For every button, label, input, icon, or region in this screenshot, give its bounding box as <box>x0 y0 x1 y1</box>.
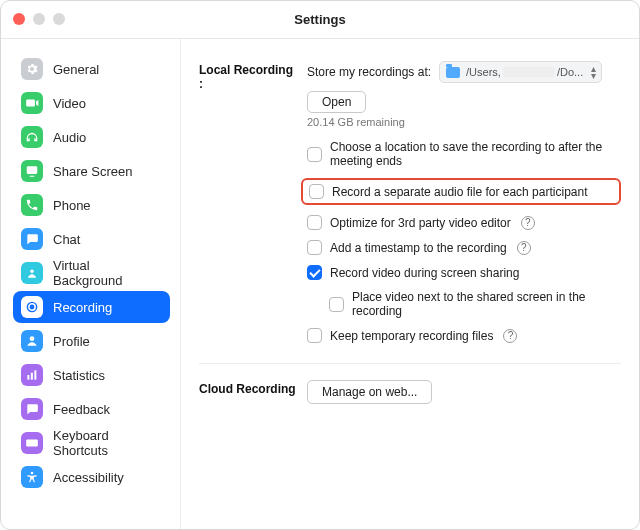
sidebar-item-label: Profile <box>53 334 90 349</box>
svg-rect-12 <box>30 441 31 442</box>
option-label: Place video next to the shared screen in… <box>352 290 621 318</box>
manage-on-web-button[interactable]: Manage on web... <box>307 380 432 404</box>
sidebar-item-share-screen[interactable]: Share Screen <box>13 155 170 187</box>
close-window-button[interactable] <box>13 13 25 25</box>
sidebar-item-accessibility[interactable]: Accessibility <box>13 461 170 493</box>
help-icon[interactable]: ? <box>521 216 535 230</box>
sidebar-item-label: Keyboard Shortcuts <box>53 428 162 458</box>
svg-rect-15 <box>29 444 35 445</box>
sidebar-item-label: Feedback <box>53 402 110 417</box>
option-record-video-during-screen-sharing: Record video during screen sharing <box>307 265 621 280</box>
option-label: Optimize for 3rd party video editor <box>330 216 511 230</box>
video-icon <box>21 92 43 114</box>
sidebar-item-feedback[interactable]: Feedback <box>13 393 170 425</box>
svg-point-9 <box>33 407 34 408</box>
path-prefix: /Users, <box>466 66 501 78</box>
sidebar-item-label: Share Screen <box>53 164 133 179</box>
option-label: Choose a location to save the recording … <box>330 140 621 168</box>
svg-rect-7 <box>34 370 36 379</box>
svg-point-8 <box>30 407 31 408</box>
local-recording-section: Local Recording : Store my recordings at… <box>199 61 621 343</box>
settings-content: Local Recording : Store my recordings at… <box>181 39 639 529</box>
zoom-window-button[interactable] <box>53 13 65 25</box>
local-recording-heading: Local Recording : <box>199 61 299 343</box>
checkbox[interactable] <box>307 215 322 230</box>
sidebar-item-profile[interactable]: Profile <box>13 325 170 357</box>
chevron-updown-icon: ▴▾ <box>591 65 596 79</box>
sidebar-item-label: Statistics <box>53 368 105 383</box>
phone-icon <box>21 194 43 216</box>
keyboard-shortcuts-icon <box>21 432 43 454</box>
sidebar-item-audio[interactable]: Audio <box>13 121 170 153</box>
settings-sidebar: GeneralVideoAudioShare ScreenPhoneChatVi… <box>1 39 181 529</box>
general-icon <box>21 58 43 80</box>
store-label: Store my recordings at: <box>307 65 431 79</box>
share-screen-icon <box>21 160 43 182</box>
option-label: Keep temporary recording files <box>330 329 493 343</box>
sidebar-item-keyboard-shortcuts[interactable]: Keyboard Shortcuts <box>13 427 170 459</box>
svg-point-3 <box>30 305 34 309</box>
profile-icon <box>21 330 43 352</box>
sidebar-item-label: General <box>53 62 99 77</box>
recording-path-select[interactable]: /Users, /Do... ▴▾ <box>439 61 602 83</box>
option-choose-a-location-to-save-the-recording-: Choose a location to save the recording … <box>307 140 621 168</box>
sidebar-item-label: Video <box>53 96 86 111</box>
sidebar-item-label: Accessibility <box>53 470 124 485</box>
recording-icon <box>21 296 43 318</box>
svg-point-4 <box>30 336 35 341</box>
sidebar-item-label: Phone <box>53 198 91 213</box>
section-divider <box>199 363 621 364</box>
chat-icon <box>21 228 43 250</box>
svg-rect-11 <box>28 441 29 442</box>
help-icon[interactable]: ? <box>517 241 531 255</box>
help-icon[interactable]: ? <box>503 329 517 343</box>
sidebar-item-label: Virtual Background <box>53 258 162 288</box>
option-label: Record a separate audio file for each pa… <box>332 185 588 199</box>
svg-rect-14 <box>35 441 36 442</box>
option-keep-temporary-recording-files: Keep temporary recording files? <box>307 328 621 343</box>
option-add-a-timestamp-to-the-recording: Add a timestamp to the recording? <box>307 240 621 255</box>
sidebar-item-general[interactable]: General <box>13 53 170 85</box>
sidebar-item-label: Chat <box>53 232 80 247</box>
cloud-recording-heading: Cloud Recording <box>199 380 299 404</box>
checkbox[interactable] <box>307 265 322 280</box>
svg-rect-5 <box>27 375 29 380</box>
sidebar-item-label: Audio <box>53 130 86 145</box>
storage-remaining: 20.14 GB remaining <box>307 116 621 128</box>
checkbox[interactable] <box>329 297 344 312</box>
sidebar-item-phone[interactable]: Phone <box>13 189 170 221</box>
svg-rect-6 <box>31 373 33 380</box>
local-recording-options: Choose a location to save the recording … <box>307 140 621 343</box>
option-label: Add a timestamp to the recording <box>330 241 507 255</box>
open-folder-button[interactable]: Open <box>307 91 366 113</box>
option-place-video-next-to-the-shared-screen-in: Place video next to the shared screen in… <box>329 290 621 318</box>
checkbox[interactable] <box>309 184 324 199</box>
statistics-icon <box>21 364 43 386</box>
accessibility-icon <box>21 466 43 488</box>
sidebar-item-chat[interactable]: Chat <box>13 223 170 255</box>
checkbox[interactable] <box>307 147 322 162</box>
svg-point-1 <box>30 270 34 274</box>
titlebar: Settings <box>1 1 639 39</box>
sidebar-item-label: Recording <box>53 300 112 315</box>
checkbox[interactable] <box>307 328 322 343</box>
virtual-background-icon <box>21 262 43 284</box>
path-redacted <box>503 67 555 77</box>
sidebar-item-statistics[interactable]: Statistics <box>13 359 170 391</box>
minimize-window-button[interactable] <box>33 13 45 25</box>
audio-icon <box>21 126 43 148</box>
option-optimize-for-3rd-party-video-editor: Optimize for 3rd party video editor? <box>307 215 621 230</box>
sidebar-item-recording[interactable]: Recording <box>13 291 170 323</box>
window-body: GeneralVideoAudioShare ScreenPhoneChatVi… <box>1 39 639 529</box>
folder-icon <box>446 67 460 78</box>
option-label: Record video during screen sharing <box>330 266 519 280</box>
checkbox[interactable] <box>307 240 322 255</box>
option-record-a-separate-audio-file-for-each-pa: Record a separate audio file for each pa… <box>301 178 621 205</box>
sidebar-item-virtual-background[interactable]: Virtual Background <box>13 257 170 289</box>
svg-rect-13 <box>33 441 34 442</box>
settings-window: Settings GeneralVideoAudioShare ScreenPh… <box>0 0 640 530</box>
sidebar-item-video[interactable]: Video <box>13 87 170 119</box>
feedback-icon <box>21 398 43 420</box>
cloud-recording-section: Cloud Recording Manage on web... <box>199 380 621 404</box>
svg-rect-10 <box>26 440 38 447</box>
